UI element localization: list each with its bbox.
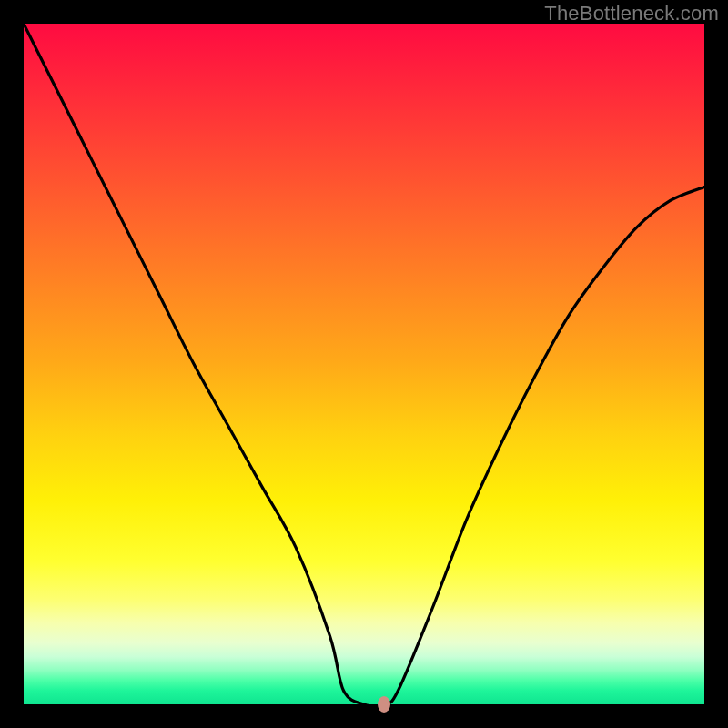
optimum-marker [378,696,390,713]
plot-area [24,24,704,704]
bottleneck-curve [24,24,704,704]
chart-frame: TheBottleneck.com [0,0,728,728]
watermark-text: TheBottleneck.com [544,2,719,25]
